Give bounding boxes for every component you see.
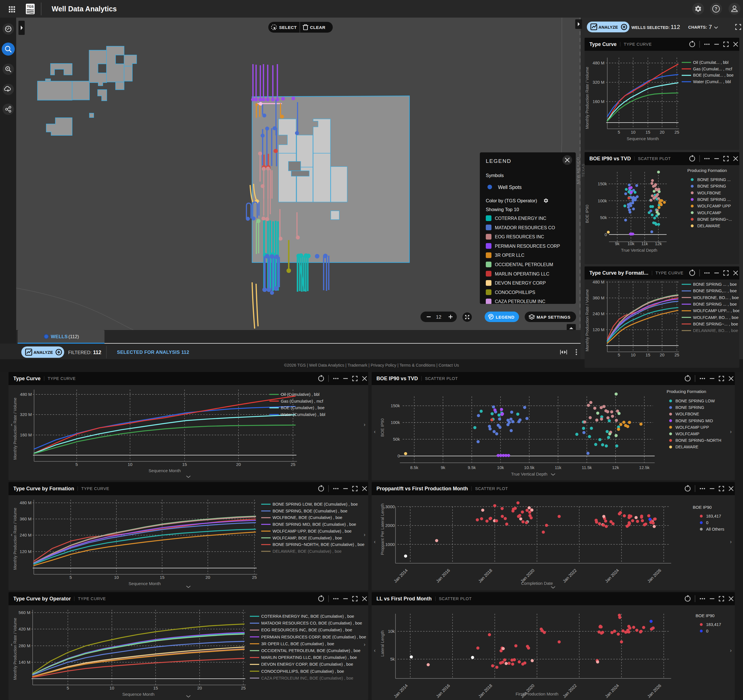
svg-text:BOE IP90: BOE IP90: [585, 205, 589, 223]
svg-text:›: ›: [364, 532, 366, 538]
svg-text:Monthly Production Rate / Volu: Monthly Production Rate / Volume: [585, 67, 589, 129]
svg-text:140 M: 140 M: [18, 660, 30, 665]
svg-text:Producing Formation: Producing Formation: [667, 389, 706, 394]
svg-text:480 M: 480 M: [19, 500, 31, 505]
svg-text:‹: ‹: [374, 647, 376, 653]
svg-text:0: 0: [398, 453, 400, 458]
svg-text:15: 15: [160, 575, 165, 580]
svg-text:480 M: 480 M: [20, 392, 32, 397]
svg-text:?: ?: [715, 6, 718, 11]
svg-text:WOLFCAMP, BOE (Cumulative) , b: WOLFCAMP, BOE (Cumulative) , boe: [272, 536, 342, 540]
svg-text:Jan 2024: Jan 2024: [604, 683, 620, 699]
svg-text:12.5k: 12.5k: [639, 465, 650, 470]
svg-text:WOLFCAMP, BO... , boe: WOLFCAMP, BO... , boe: [693, 315, 739, 320]
svg-text:WOLFBONE: WOLFBONE: [675, 412, 699, 416]
svg-text:320 M: 320 M: [20, 412, 32, 417]
svg-text:Monthly Production Rate / Volu: Monthly Production Rate / Volume: [13, 397, 17, 460]
svg-text:20: 20: [197, 685, 202, 690]
svg-text:›: ›: [364, 422, 366, 427]
svg-text:All Others: All Others: [706, 527, 724, 532]
svg-text:9.5k: 9.5k: [468, 465, 476, 470]
svg-text:Completion Date: Completion Date: [521, 581, 553, 586]
svg-text:120 M: 120 M: [592, 327, 604, 332]
svg-text:Jan 2022: Jan 2022: [562, 683, 578, 699]
svg-text:10k: 10k: [388, 629, 395, 634]
svg-text:Jan 2022: Jan 2022: [562, 568, 578, 584]
svg-text:BONE SPRING, BOE (Cumulative): BONE SPRING, BOE (Cumulative) , boe: [272, 509, 348, 513]
svg-text:WOLFCAMP UPP, BOE (Cumulative): WOLFCAMP UPP, BOE (Cumulative) , boe: [272, 529, 351, 533]
svg-text:BOE (Cumulative) , boe: BOE (Cumulative) , boe: [281, 406, 324, 410]
svg-text:LEGEND: LEGEND: [496, 315, 514, 319]
svg-text:360 M: 360 M: [19, 517, 31, 521]
svg-text:DELAWARE: DELAWARE: [675, 445, 699, 449]
svg-text:1000: 1000: [385, 542, 395, 547]
svg-text:‹: ‹: [11, 532, 12, 538]
svg-text:Proppant Per Lateral Length: Proppant Per Lateral Length: [380, 504, 385, 555]
svg-text:25: 25: [241, 685, 246, 690]
svg-text:420 M: 420 M: [18, 626, 30, 631]
svg-text:First Production Month: First Production Month: [516, 691, 558, 696]
svg-text:10: 10: [128, 462, 133, 467]
svg-text:183,417: 183,417: [706, 514, 721, 518]
svg-text:BONE SPRING~NORTH: BONE SPRING~NORTH: [675, 438, 721, 443]
svg-text:20: 20: [660, 130, 665, 134]
svg-text:DEVON ENERGY CORP, BOE (Cumula: DEVON ENERGY CORP, BOE (Cumulative) , bo…: [261, 662, 353, 666]
svg-text:CLEAR: CLEAR: [310, 25, 326, 30]
svg-text:480 M: 480 M: [592, 279, 604, 284]
svg-text:Color by (TGS Operator): Color by (TGS Operator): [486, 198, 537, 203]
svg-text:15: 15: [645, 352, 650, 357]
svg-text:CONOCOPHILLIPS: CONOCOPHILLIPS: [495, 290, 535, 295]
svg-text:183,417: 183,417: [706, 622, 721, 627]
svg-text:BONE SPRING,... , boe: BONE SPRING,... , boe: [693, 289, 737, 293]
svg-text:Jan 2018: Jan 2018: [477, 683, 493, 699]
svg-text:Monthly Production Rate / Volu: Monthly Production Rate / Volume: [13, 508, 17, 570]
svg-text:WOLFCAMP: WOLFCAMP: [675, 431, 699, 436]
svg-text:BOE IP90: BOE IP90: [696, 613, 715, 618]
svg-text:CAZA PETROLEUM INC, BOE (Cumul: CAZA PETROLEUM INC, BOE (Cumulative) , b…: [261, 676, 353, 681]
svg-text:COTERRA ENERGY INC: COTERRA ENERGY INC: [495, 216, 546, 221]
svg-text:3R OPER LLC, BOE (Cumulative): 3R OPER LLC, BOE (Cumulative) , boe: [261, 642, 334, 646]
svg-text:360 M: 360 M: [592, 295, 604, 300]
svg-text:WOLFCAMP UPP... , boe: WOLFCAMP UPP... , boe: [693, 309, 739, 313]
svg-text:Sequence Month: Sequence Month: [627, 136, 659, 141]
svg-text:240 M: 240 M: [19, 533, 31, 538]
svg-text:Symbols: Symbols: [486, 173, 504, 178]
svg-text:Sequence Month: Sequence Month: [129, 581, 161, 586]
svg-text:NEW MEXICO: NEW MEXICO: [576, 157, 580, 184]
svg-text:0: 0: [706, 629, 708, 633]
svg-text:120 M: 120 M: [19, 549, 31, 554]
svg-text:MATADOR RESOURCES CO: MATADOR RESOURCES CO: [495, 225, 555, 230]
svg-text:BONE SPRING LOW: BONE SPRING LOW: [675, 399, 715, 403]
svg-text:WOLFBONE, BO... , boe: WOLFBONE, BO... , boe: [693, 295, 739, 300]
svg-text:20: 20: [660, 352, 665, 357]
svg-text:‹: ‹: [11, 642, 12, 647]
svg-text:EOG RESOURCES INC: EOG RESOURCES INC: [495, 234, 544, 239]
svg-text:2000: 2000: [385, 523, 395, 528]
svg-text:WOLFCAMP: WOLFCAMP: [697, 211, 721, 215]
svg-text:11k: 11k: [555, 465, 562, 470]
svg-text:50k: 50k: [393, 437, 400, 442]
svg-text:9k: 9k: [441, 465, 445, 470]
svg-text:12: 12: [436, 315, 441, 320]
svg-text:PERMIAN RESOURCES CORP, BOE (C: PERMIAN RESOURCES CORP, BOE (Cumulative)…: [261, 635, 366, 639]
svg-text:Jan 2018: Jan 2018: [477, 568, 493, 584]
svg-text:MARLIN OPERATING LLC: MARLIN OPERATING LLC: [495, 272, 549, 276]
svg-text:DELAWARE, BOE (Cumulative) , b: DELAWARE, BOE (Cumulative) , boe: [272, 549, 342, 554]
svg-text:Jan 2016: Jan 2016: [435, 683, 451, 699]
svg-text:OCCIDENTAL PETROLEUM, BOE (Cum: OCCIDENTAL PETROLEUM, BOE (Cumulative) ,…: [261, 648, 361, 653]
svg-text:SELECT: SELECT: [279, 25, 297, 30]
svg-text:5: 5: [618, 130, 620, 134]
svg-text:320 M: 320 M: [592, 80, 604, 84]
svg-text:100k: 100k: [391, 420, 400, 425]
svg-text:TGS: TGS: [27, 5, 34, 8]
svg-text:‹: ‹: [374, 429, 376, 434]
svg-text:10: 10: [110, 685, 114, 690]
svg-text:Jan 2014: Jan 2014: [393, 683, 409, 699]
svg-text:BONE SPRING LOW, BOE (Cumulati: BONE SPRING LOW, BOE (Cumulative) , boe: [272, 502, 358, 507]
svg-text:11k: 11k: [641, 241, 648, 246]
svg-text:3000: 3000: [385, 504, 395, 509]
svg-text:150k: 150k: [391, 403, 400, 408]
svg-text:Lateral Length: Lateral Length: [380, 631, 385, 657]
svg-text:Showing Top 10: Showing Top 10: [486, 207, 519, 212]
svg-text:560 M: 560 M: [18, 610, 30, 615]
